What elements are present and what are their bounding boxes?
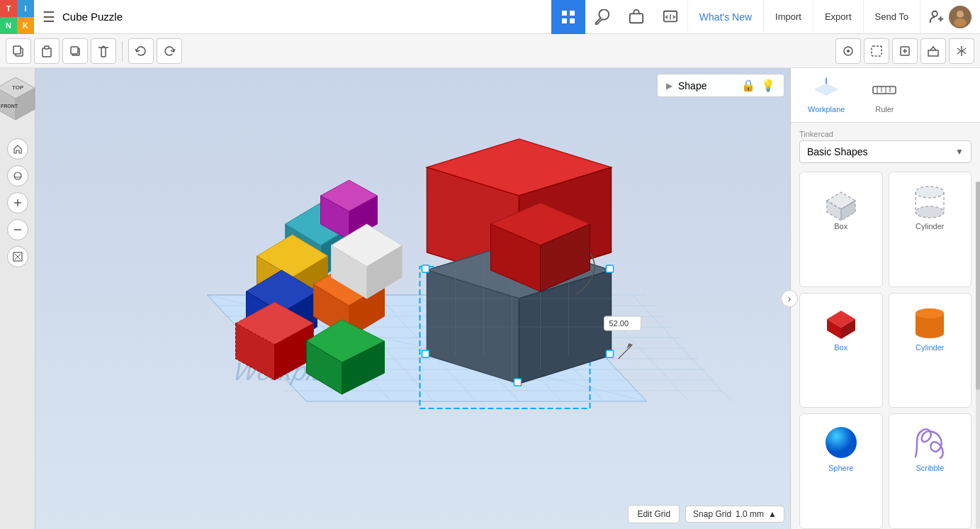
shape-panel-icons: 🔒 💡 — [741, 79, 775, 92]
box-solid-thumbnail — [818, 301, 864, 343]
logo[interactable]: T I N K — [0, 0, 34, 34]
send-to-button[interactable]: Send To — [864, 0, 920, 34]
svg-rect-30 — [562, 18, 567, 23]
svg-point-47 — [847, 50, 850, 52]
svg-point-59 — [14, 172, 21, 179]
shapes-category-label: Basic Shapes — [807, 146, 868, 157]
svg-rect-48 — [872, 46, 882, 56]
svg-rect-132 — [422, 350, 429, 357]
logo-cell-n: N — [0, 17, 17, 34]
box-ghost-thumbnail — [818, 179, 864, 222]
shape-item-scribble[interactable]: Scribble — [889, 413, 972, 529]
box-solid-label: Box — [834, 343, 847, 352]
logo-cell-k: K — [17, 17, 34, 34]
duplicate-button[interactable] — [62, 38, 88, 64]
shape-item-sphere[interactable]: Sphere — [799, 413, 883, 529]
ruler-tab-icon — [870, 77, 899, 102]
category-chevron-icon: ▼ — [955, 147, 964, 157]
light-icon[interactable]: 💡 — [761, 79, 775, 92]
svg-rect-31 — [570, 18, 575, 23]
top-nav-bar: T I N K ☰ Cube Puzzle Wha — [0, 0, 980, 34]
zoom-out-button[interactable] — [7, 219, 28, 240]
left-panel: TOP FRONT — [0, 68, 35, 529]
svg-rect-143 — [873, 87, 896, 94]
mirror-button[interactable] — [949, 38, 974, 64]
paste-button[interactable] — [34, 38, 60, 64]
shape-item-cylinder-ghost[interactable]: Cylinder — [889, 172, 972, 287]
svg-point-39 — [954, 18, 967, 27]
snap-grid-label: Snap Grid — [693, 509, 731, 519]
svg-rect-130 — [422, 265, 429, 272]
svg-rect-32 — [630, 13, 643, 23]
align-button[interactable] — [892, 38, 918, 64]
shape-item-box-solid[interactable]: Box — [799, 293, 883, 408]
tools-icon-button[interactable] — [585, 0, 619, 34]
shape-panel-arrow[interactable]: ▶ — [666, 81, 672, 91]
redo-button[interactable] — [157, 38, 182, 64]
svg-point-161 — [916, 308, 944, 318]
cylinder-ghost-thumbnail — [907, 179, 952, 222]
codeblocks-icon-button[interactable] — [653, 0, 687, 34]
box-ghost-label: Box — [834, 222, 847, 230]
svg-point-154 — [916, 206, 944, 218]
logo-cell-t: T — [0, 0, 17, 17]
3d-scene: Workplane — [35, 68, 790, 529]
project-title: Cube Puzzle — [62, 11, 123, 23]
right-panel: › Workplane Ruler Tinkercad — [790, 68, 980, 529]
select-button[interactable] — [864, 38, 889, 64]
user-area[interactable] — [920, 6, 980, 28]
svg-point-162 — [826, 427, 857, 458]
sphere-label: Sphere — [828, 464, 853, 472]
svg-rect-45 — [71, 47, 78, 54]
title-area: ☰ Cube Puzzle — [34, 9, 131, 26]
edit-grid-button[interactable]: Edit Grid — [628, 505, 680, 523]
svg-rect-133 — [607, 350, 614, 357]
snap-button[interactable] — [835, 38, 861, 64]
lock-icon[interactable]: 🔒 — [741, 79, 755, 92]
canvas-area[interactable]: Workplane — [35, 68, 790, 529]
sphere-thumbnail — [818, 421, 864, 464]
import-button[interactable]: Import — [764, 0, 813, 34]
scrollbar-track — [976, 182, 980, 529]
shape-panel: ▶ Shape 🔒 💡 — [657, 74, 784, 97]
scribble-label: Scribble — [916, 464, 944, 472]
delete-button[interactable] — [91, 38, 116, 64]
home-view-button[interactable] — [7, 138, 28, 160]
orbit-button[interactable] — [7, 165, 28, 186]
undo-button[interactable] — [128, 38, 154, 64]
svg-marker-141 — [815, 84, 838, 95]
svg-rect-29 — [570, 11, 575, 16]
tab-ruler[interactable]: Ruler — [864, 74, 904, 116]
main-content: TOP FRONT — [0, 68, 980, 529]
ruler-tab-label: Ruler — [875, 105, 894, 113]
grid-icon-button[interactable] — [551, 0, 585, 34]
avatar[interactable] — [949, 6, 971, 28]
svg-text:FRONT: FRONT — [1, 104, 18, 108]
collapse-right-panel-button[interactable]: › — [781, 290, 798, 307]
workplane-button[interactable] — [920, 38, 946, 64]
svg-rect-131 — [607, 265, 614, 272]
toolbar-divider-1 — [122, 41, 123, 61]
scrollbar-thumb[interactable] — [976, 182, 980, 390]
zoom-in-button[interactable] — [7, 192, 28, 213]
shape-item-cylinder-solid[interactable]: Cylinder — [889, 293, 972, 408]
svg-rect-42 — [43, 48, 51, 57]
tab-workplane[interactable]: Workplane — [802, 74, 850, 116]
perspective-button[interactable] — [7, 246, 28, 267]
workplane-tab-icon — [812, 77, 840, 102]
briefcase-icon-button[interactable] — [619, 0, 653, 34]
shapes-category-dropdown[interactable]: Basic Shapes ▼ — [799, 140, 971, 163]
shape-item-box-ghost[interactable]: Box — [799, 172, 883, 287]
svg-rect-134 — [514, 379, 522, 386]
hamburger-icon[interactable]: ☰ — [43, 9, 55, 26]
svg-text:TOP: TOP — [12, 84, 24, 91]
logo-cell-i: I — [17, 0, 34, 17]
view-cube[interactable]: TOP FRONT — [0, 74, 40, 127]
cylinder-ghost-label: Cylinder — [916, 222, 944, 230]
export-button[interactable]: Export — [813, 0, 864, 34]
snap-grid-dropdown-icon[interactable]: ▲ — [768, 509, 777, 519]
copy-button[interactable] — [6, 38, 31, 64]
whats-new-button[interactable]: What's New — [687, 0, 764, 34]
workplane-tab-label: Workplane — [808, 105, 845, 113]
shapes-section: Tinkercad Basic Shapes ▼ — [791, 123, 980, 172]
